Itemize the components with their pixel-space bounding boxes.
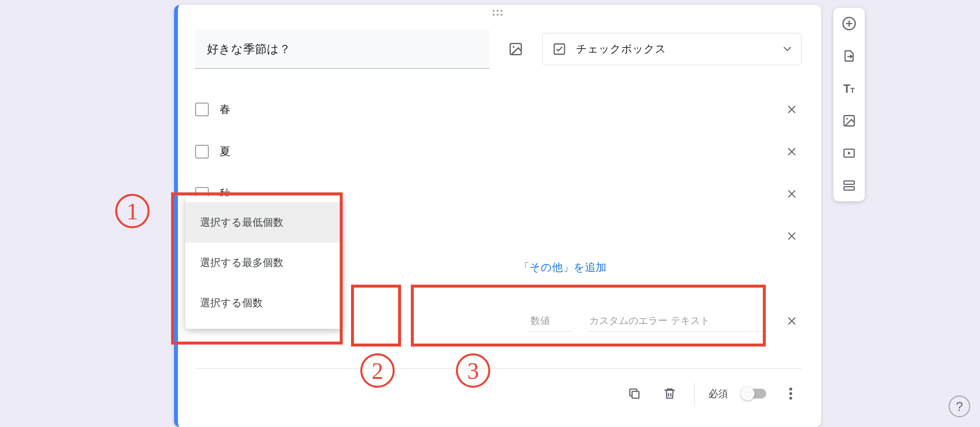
drag-handle-icon[interactable] xyxy=(493,10,506,17)
separator xyxy=(694,383,695,404)
close-icon xyxy=(786,315,798,327)
svg-point-1 xyxy=(513,46,515,48)
remove-option-button[interactable] xyxy=(782,100,802,119)
option-label[interactable]: 春 xyxy=(220,102,771,117)
option-label[interactable]: 夏 xyxy=(220,144,771,159)
delete-button[interactable] xyxy=(659,383,680,404)
add-video-button[interactable] xyxy=(839,143,859,163)
svg-rect-13 xyxy=(844,181,854,185)
validation-error-input[interactable] xyxy=(587,310,767,332)
close-icon xyxy=(786,188,798,200)
image-icon xyxy=(842,114,856,128)
more-options-button[interactable] xyxy=(780,383,802,404)
add-title-button[interactable]: TT xyxy=(839,79,859,98)
plus-circle-icon xyxy=(842,16,856,31)
annotation-number-1: 1 xyxy=(115,194,150,228)
question-header-row: チェックボックス xyxy=(195,29,802,69)
checkbox-icon xyxy=(195,103,209,116)
section-icon xyxy=(842,179,856,192)
svg-rect-14 xyxy=(844,187,854,190)
video-icon xyxy=(842,146,856,160)
more-vertical-icon xyxy=(789,387,793,400)
add-question-button[interactable] xyxy=(839,14,859,33)
svg-text:T: T xyxy=(850,86,855,94)
add-image-button[interactable] xyxy=(504,37,528,61)
add-other-link[interactable]: 「その他」を追加 xyxy=(519,260,606,275)
svg-text:T: T xyxy=(843,82,850,95)
image-icon xyxy=(508,42,523,56)
import-icon xyxy=(842,49,856,63)
text-icon: TT xyxy=(842,81,856,95)
option-row: 夏 xyxy=(195,131,802,173)
svg-point-4 xyxy=(789,388,792,391)
duplicate-button[interactable] xyxy=(624,383,645,404)
option-row: 春 xyxy=(195,88,802,131)
footer-divider xyxy=(195,368,802,369)
remove-option-button[interactable] xyxy=(782,142,802,161)
svg-point-6 xyxy=(789,397,792,400)
dropdown-item-min[interactable]: 選択する最低個数 xyxy=(185,202,342,242)
validation-number-input[interactable] xyxy=(528,310,573,332)
import-questions-button[interactable] xyxy=(839,46,859,66)
dropdown-item-max[interactable]: 選択する最多個数 xyxy=(185,242,342,283)
remove-option-button[interactable] xyxy=(782,184,802,204)
dropdown-item-exact[interactable]: 選択する個数 xyxy=(185,283,342,323)
checkbox-icon xyxy=(195,145,209,159)
question-title-input[interactable] xyxy=(195,29,489,69)
close-icon xyxy=(786,146,798,158)
remove-validation-button[interactable] xyxy=(782,311,802,331)
svg-point-11 xyxy=(846,118,848,120)
close-icon xyxy=(786,104,798,115)
add-section-button[interactable] xyxy=(839,176,859,195)
question-footer: 必須 xyxy=(624,383,802,404)
remove-option-button[interactable] xyxy=(782,226,802,246)
question-type-select[interactable]: チェックボックス xyxy=(542,33,802,65)
required-toggle[interactable] xyxy=(742,389,766,399)
close-icon xyxy=(786,230,798,242)
svg-point-5 xyxy=(789,392,792,395)
validation-row xyxy=(528,310,802,332)
help-button[interactable]: ? xyxy=(949,396,970,417)
svg-rect-3 xyxy=(632,391,639,398)
copy-icon xyxy=(628,387,641,400)
question-type-label: チェックボックス xyxy=(576,42,666,56)
validation-type-dropdown: 選択する最低個数 選択する最多個数 選択する個数 xyxy=(185,196,342,329)
add-image-button[interactable] xyxy=(839,111,859,131)
trash-icon xyxy=(663,387,677,400)
checkbox-icon xyxy=(553,42,566,56)
caret-down-icon xyxy=(783,47,791,52)
side-toolbar: TT xyxy=(833,8,865,201)
required-label: 必須 xyxy=(708,387,728,400)
